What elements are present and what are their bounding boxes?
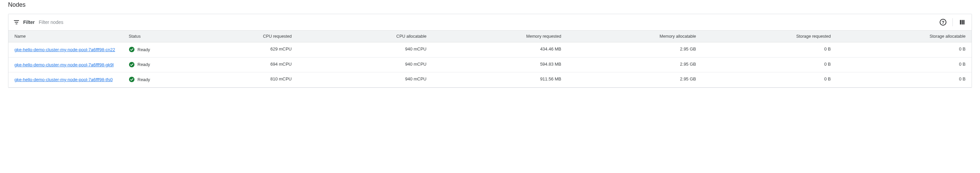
status-ready-icon [129,77,135,82]
col-cpu-allocatable[interactable]: CPU allocatable [298,30,433,42]
svg-rect-1 [15,22,18,22]
cell-memory-allocatable: 2.95 GB [567,57,702,72]
table-header-row: Name Status CPU requested CPU allocatabl… [8,30,972,42]
cell-storage-allocatable: 0 B [837,72,972,88]
table-row: gke-hello-demo-cluster-my-node-pool-7a6f… [8,72,972,88]
cell-cpu-allocatable: 940 mCPU [298,42,433,58]
cell-memory-requested: 911.56 MB [433,72,567,88]
status-text: Ready [137,77,150,82]
node-link[interactable]: gke-hello-demo-cluster-my-node-pool-7a6f… [14,62,114,67]
svg-point-7 [129,62,134,67]
nodes-table: Name Status CPU requested CPU allocatabl… [8,30,972,88]
cell-storage-requested: 0 B [702,42,837,58]
status-ready-icon [129,46,135,53]
col-memory-allocatable[interactable]: Memory allocatable [567,30,702,42]
status-text: Ready [137,62,150,67]
svg-rect-3 [960,20,961,24]
svg-rect-4 [961,20,963,24]
svg-point-8 [129,77,134,82]
cell-cpu-requested: 694 mCPU [163,57,298,72]
col-cpu-requested[interactable]: CPU requested [163,30,298,42]
table-row: gke-hello-demo-cluster-my-node-pool-7a6f… [8,57,972,72]
col-storage-allocatable[interactable]: Storage allocatable [837,30,972,42]
status-ready-icon [129,62,135,68]
col-status[interactable]: Status [123,30,163,42]
filter-label: Filter [23,19,35,25]
col-name[interactable]: Name [8,30,123,42]
cell-memory-allocatable: 2.95 GB [567,42,702,58]
help-icon: ? [940,19,947,26]
nodes-panel: Filter ? Name [8,14,972,88]
cell-cpu-allocatable: 940 mCPU [298,57,433,72]
cell-memory-requested: 434.46 MB [433,42,567,58]
svg-rect-2 [16,24,18,24]
columns-button[interactable] [958,18,967,27]
cell-memory-allocatable: 2.95 GB [567,72,702,88]
col-memory-requested[interactable]: Memory requested [433,30,567,42]
columns-icon [959,19,966,26]
node-link[interactable]: gke-hello-demo-cluster-my-node-pool-7a6f… [14,77,113,82]
section-title: Nodes [8,0,972,14]
cell-storage-requested: 0 B [702,57,837,72]
cell-cpu-requested: 629 mCPU [163,42,298,58]
cell-storage-requested: 0 B [702,72,837,88]
filter-icon [13,19,20,26]
node-link[interactable]: gke-hello-demo-cluster-my-node-pool-7a6f… [14,47,115,52]
svg-point-6 [129,47,134,52]
help-button[interactable]: ? [938,18,948,27]
svg-rect-5 [963,20,964,24]
cell-cpu-allocatable: 940 mCPU [298,72,433,88]
filter-input[interactable] [39,19,488,25]
table-row: gke-hello-demo-cluster-my-node-pool-7a6f… [8,42,972,58]
col-storage-requested[interactable]: Storage requested [702,30,837,42]
cell-storage-allocatable: 0 B [837,57,972,72]
cell-memory-requested: 594.83 MB [433,57,567,72]
svg-rect-0 [14,20,19,21]
status-text: Ready [137,47,150,52]
toolbar: Filter ? [8,14,972,30]
cell-cpu-requested: 810 mCPU [163,72,298,88]
cell-storage-allocatable: 0 B [837,42,972,58]
